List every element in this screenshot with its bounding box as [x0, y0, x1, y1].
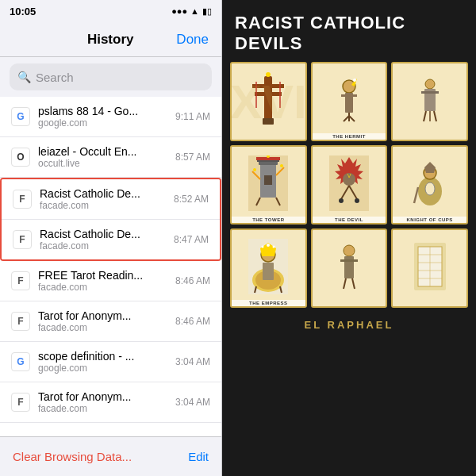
svg-point-50	[425, 182, 435, 195]
tarot-card-empress: THE EMPRESS	[230, 228, 307, 308]
item-content: leiazel - Occult En... occult.live	[38, 145, 169, 169]
item-time: 3:04 AM	[175, 397, 210, 408]
item-title: Tarot for Anonym...	[38, 309, 169, 322]
item-content: Tarot for Anonym... facade.com	[38, 390, 169, 414]
panel-title: History	[87, 32, 134, 48]
svg-rect-1	[264, 76, 272, 120]
svg-rect-59	[263, 263, 274, 280]
search-placeholder: Search	[36, 71, 74, 84]
item-title: scope definition - ...	[38, 350, 169, 363]
site-icon-facade: F	[11, 271, 30, 290]
highlighted-group: F Racist Catholic De... facade.com 8:52 …	[0, 178, 221, 261]
search-container: 🔍 Search	[0, 57, 221, 97]
item-content: pslams 88 14 - Go... google.com	[38, 105, 169, 129]
item-url: facade.com	[38, 403, 169, 414]
item-url: facade.com	[40, 200, 167, 211]
bg-page-title: Racist Catholic Devils	[222, 0, 476, 57]
history-item-highlighted[interactable]: F Racist Catholic De... facade.com 8:47 …	[2, 220, 220, 259]
item-url: google.com	[38, 363, 169, 374]
item-title: leiazel - Occult En...	[38, 145, 169, 158]
item-time: 8:46 AM	[175, 275, 210, 286]
history-item[interactable]: G scope definition - ... google.com 3:04…	[0, 342, 221, 382]
done-button[interactable]: Done	[176, 32, 209, 48]
tarot-card-devil: V THE DEVIL	[311, 145, 388, 225]
history-item[interactable]: F Tarot for Anonym... facade.com 8:46 AM	[0, 301, 221, 342]
item-title: FREE Tarot Readin...	[38, 269, 169, 282]
item-url: facade.com	[38, 282, 169, 293]
site-icon-facade: F	[13, 230, 32, 249]
svg-point-56	[267, 244, 270, 247]
item-time: 8:46 AM	[175, 316, 210, 327]
signal-icon: ●●●	[171, 6, 187, 16]
svg-point-57	[262, 245, 264, 248]
tarot-card-8	[311, 228, 388, 308]
svg-text:V: V	[347, 173, 351, 178]
item-content: Tarot for Anonym... facade.com	[38, 309, 169, 333]
tarot-card-3	[391, 62, 468, 141]
panel-footer: Clear Browsing Data... Edit	[0, 436, 221, 476]
svg-point-58	[273, 245, 275, 248]
item-url: facade.com	[40, 240, 167, 251]
battery-icon: ▮▯	[202, 6, 212, 17]
item-title: Racist Catholic De...	[40, 187, 167, 200]
svg-rect-2	[252, 84, 284, 88]
svg-point-18	[425, 79, 435, 89]
item-time: 8:52 AM	[174, 194, 209, 205]
item-time: 8:47 AM	[174, 234, 209, 245]
svg-point-34	[280, 164, 283, 167]
wifi-icon: ▲	[190, 6, 199, 16]
history-item[interactable]: F FREE Tarot Readin... facade.com 8:46 A…	[0, 261, 221, 301]
svg-point-4	[266, 72, 271, 77]
svg-rect-65	[340, 259, 358, 262]
item-time: 9:11 AM	[175, 111, 210, 122]
svg-point-33	[253, 168, 256, 171]
svg-point-42	[339, 198, 344, 203]
status-bar: 10:05 ●●● ▲ ▮▯	[0, 0, 221, 22]
status-time: 10:05	[10, 6, 36, 17]
history-item[interactable]: F Tarot for Anonym... facade.com 3:04 AM	[0, 382, 221, 423]
item-time: 8:57 AM	[175, 152, 210, 163]
tarot-card-knight-cups: KNIGHT of CUPS	[391, 145, 468, 225]
svg-rect-11	[341, 94, 357, 97]
site-icon-google: G	[11, 352, 30, 371]
clear-browsing-data-button[interactable]: Clear Browsing Data...	[13, 450, 132, 463]
svg-rect-3	[255, 92, 282, 96]
item-url: occult.live	[38, 158, 169, 169]
item-content: FREE Tarot Readin... facade.com	[38, 269, 169, 293]
history-panel: 10:05 ●●● ▲ ▮▯ History Done 🔍 Search G p…	[0, 0, 222, 476]
svg-rect-30	[264, 175, 272, 185]
tarot-attribution: EL RAPHAEL	[222, 316, 476, 334]
background-page: Racist Catholic Devils XVI	[222, 0, 476, 476]
site-icon-occult: O	[11, 148, 30, 167]
panel-header: History Done	[0, 22, 221, 57]
tarot-card-1: XVI	[230, 62, 307, 141]
history-list[interactable]: G pslams 88 14 - Go... google.com 9:11 A…	[0, 97, 221, 436]
edit-button[interactable]: Edit	[188, 450, 209, 463]
site-icon-facade: F	[11, 312, 30, 331]
svg-point-16	[353, 79, 356, 82]
tarot-card-9	[391, 228, 468, 308]
tarot-card-hermit: THE HERMIT	[311, 62, 388, 141]
item-content: Racist Catholic De... facade.com	[40, 187, 167, 211]
svg-rect-5	[263, 118, 274, 125]
item-time: 3:04 AM	[175, 356, 210, 367]
tarot-grid: XVI	[222, 57, 476, 313]
tarot-card-tower: THE TOWER	[230, 145, 307, 225]
item-url: facade.com	[38, 322, 169, 333]
status-icons: ●●● ▲ ▮▯	[171, 6, 212, 17]
search-bar[interactable]: 🔍 Search	[10, 63, 212, 90]
item-content: Racist Catholic De... facade.com	[40, 228, 167, 251]
site-icon-facade: F	[11, 393, 30, 412]
item-content: scope definition - ... google.com	[38, 350, 169, 374]
item-url: google.com	[38, 117, 169, 129]
item-title: pslams 88 14 - Go...	[38, 105, 169, 117]
site-icon-google: G	[11, 107, 30, 126]
svg-point-43	[355, 198, 359, 203]
site-icon-facade: F	[13, 190, 32, 209]
search-icon: 🔍	[17, 71, 31, 83]
history-item-highlighted[interactable]: F Racist Catholic De... facade.com 8:52 …	[2, 179, 220, 220]
history-item[interactable]: G pslams 88 14 - Go... google.com 9:11 A…	[0, 97, 221, 137]
svg-rect-20	[421, 91, 439, 94]
history-item[interactable]: O leiazel - Occult En... occult.live 8:5…	[0, 137, 221, 178]
item-title: Tarot for Anonym...	[38, 390, 169, 403]
